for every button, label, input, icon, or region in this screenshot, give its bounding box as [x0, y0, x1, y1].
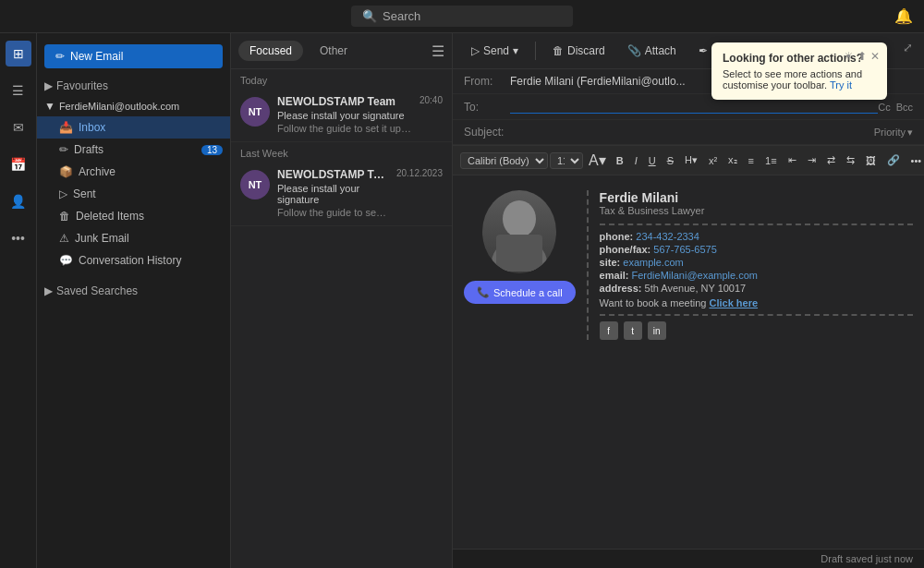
- account-item[interactable]: ▼ FerdieMilani@outlook.com: [37, 96, 230, 116]
- numbering-button[interactable]: 1≡: [760, 153, 782, 168]
- draft-status: Draft saved just now: [821, 553, 913, 564]
- bullets-button[interactable]: ≡: [744, 153, 759, 168]
- popup-try-link[interactable]: Try it: [830, 79, 852, 91]
- email-content-2: NEWOLDSTAMP Team Please install your sig…: [277, 168, 389, 218]
- sig-fax: phone/fax: 567-765-6575: [600, 244, 913, 255]
- activity-icon[interactable]: 🔔: [894, 7, 913, 25]
- underline-button[interactable]: U: [644, 153, 661, 168]
- phone-value[interactable]: 234-432-2334: [636, 231, 699, 242]
- new-email-icon: ✏: [55, 50, 65, 63]
- indent-increase-button[interactable]: ⇥: [803, 152, 821, 168]
- email-item-2[interactable]: NT NEWOLDSTAMP Team Please install your …: [231, 161, 452, 226]
- attach-button[interactable]: 📎 Attach: [620, 41, 684, 61]
- favourites-header[interactable]: ▶ Favourites: [37, 76, 230, 96]
- search-label: Search: [383, 9, 420, 23]
- schedule-call-button[interactable]: 📞 Schedule a call: [464, 281, 576, 304]
- tab-other[interactable]: Other: [309, 41, 359, 61]
- nav-apps[interactable]: ⊞: [6, 41, 31, 66]
- bold-button[interactable]: B: [612, 153, 628, 168]
- phone-label: phone:: [600, 231, 634, 242]
- nav-more[interactable]: •••: [6, 225, 31, 251]
- highlight-button[interactable]: H▾: [680, 152, 702, 168]
- folder-sent-label: Sent: [73, 187, 96, 200]
- strikethrough-button[interactable]: S: [663, 153, 678, 168]
- bcc-button[interactable]: Bcc: [896, 102, 913, 113]
- font-color-icon[interactable]: A▾: [585, 150, 610, 171]
- to-label: To:: [464, 101, 510, 114]
- email-item-1[interactable]: NT NEWOLDSTAMP Team Please install your …: [231, 88, 452, 142]
- meeting-link[interactable]: Click here: [709, 297, 758, 308]
- main-layout: ⊞ ☰ ✉ 📅 👤 ••• ✏ New Email ▶ Favourites ▼…: [0, 33, 924, 568]
- status-bar: Draft saved just now: [453, 549, 924, 568]
- trash-icon: 🗑: [59, 210, 70, 223]
- insert-image-button[interactable]: 🖼: [861, 153, 881, 168]
- font-family-select[interactable]: Calibri (Body): [460, 152, 548, 169]
- send-button[interactable]: ▷ Send ▾: [464, 41, 526, 61]
- linkedin-icon[interactable]: in: [648, 321, 666, 340]
- font-size-select[interactable]: 11: [550, 152, 583, 169]
- folder-deleted[interactable]: 🗑 Deleted Items: [37, 205, 230, 227]
- sidebar: ✏ New Email ▶ Favourites ▼ FerdieMilani@…: [37, 33, 231, 568]
- favourites-label: Favourites: [56, 79, 108, 92]
- attach-label: Attach: [645, 44, 676, 57]
- compose-body[interactable]: 📞 Schedule a call Ferdie Milani Tax & Bu…: [453, 175, 924, 549]
- email-sig-label: email:: [600, 270, 629, 281]
- subject-input[interactable]: [510, 126, 874, 139]
- send-label: Send: [483, 44, 509, 57]
- folder-archive[interactable]: 📦 Archive: [37, 161, 230, 183]
- date-label-lastweek: Last Week: [231, 142, 452, 161]
- folder-deleted-label: Deleted Items: [76, 210, 144, 223]
- search-box[interactable]: 🔍 Search: [351, 6, 573, 27]
- facebook-icon[interactable]: f: [600, 321, 618, 340]
- signature-avatar-inner: [482, 190, 556, 273]
- priority-chevron-icon: ▾: [907, 127, 913, 139]
- nav-hamburger[interactable]: ☰: [6, 78, 31, 103]
- folder-inbox[interactable]: 📥 Inbox: [37, 116, 230, 139]
- more-format-button[interactable]: •••: [906, 153, 924, 168]
- folder-conversation[interactable]: 💬 Conversation History: [37, 249, 230, 272]
- filter-icon[interactable]: ☰: [432, 42, 444, 60]
- tab-focused[interactable]: Focused: [238, 41, 303, 61]
- svg-point-0: [503, 200, 536, 237]
- italic-button[interactable]: I: [630, 153, 642, 168]
- email-subject-1: Please install your signature: [277, 110, 412, 121]
- compose-header: From: Ferdie Milani (FerdieMilani@outlo.…: [453, 69, 924, 146]
- info-popup: ☀ ⬆ ✕ Looking for other actions? Select …: [711, 42, 887, 100]
- nav-contacts[interactable]: 👤: [6, 188, 31, 214]
- nav-mail[interactable]: ✉: [6, 115, 31, 140]
- popup-up-icon[interactable]: ⬆: [857, 50, 867, 63]
- signature-right: Ferdie Milani Tax & Business Lawyer phon…: [587, 190, 913, 340]
- ltr-button[interactable]: ⇄: [822, 152, 840, 168]
- discard-button[interactable]: 🗑 Discard: [545, 41, 613, 61]
- subject-row: Subject: Priority ▾: [453, 120, 924, 145]
- priority-label: Priority: [874, 127, 906, 138]
- subscript-button[interactable]: x₂: [723, 152, 742, 168]
- folder-sent[interactable]: ▷ Sent: [37, 183, 230, 205]
- saved-searches-header[interactable]: ▶ Saved Searches: [37, 279, 230, 303]
- site-value[interactable]: example.com: [623, 257, 683, 268]
- to-input[interactable]: [510, 100, 878, 114]
- superscript-button[interactable]: x²: [704, 153, 722, 168]
- indent-decrease-button[interactable]: ⇤: [784, 152, 801, 168]
- twitter-icon[interactable]: t: [624, 321, 642, 340]
- nav-calendar[interactable]: 📅: [6, 151, 31, 177]
- email-list-panel: Focused Other ☰ Today NT NEWOLDSTAMP Tea…: [231, 33, 453, 568]
- address-label: address:: [600, 283, 642, 294]
- popup-close-icon[interactable]: ✕: [870, 50, 880, 63]
- sig-phone: phone: 234-432-2334: [600, 231, 913, 242]
- folder-junk[interactable]: ⚠ Junk Email: [37, 227, 230, 249]
- email-sig-value[interactable]: FerdieMilani@example.com: [631, 270, 758, 281]
- social-icons: f t in: [600, 321, 913, 340]
- new-email-button[interactable]: ✏ New Email: [44, 44, 223, 68]
- header-cc-bcc: Cc Bcc: [878, 102, 913, 113]
- fax-value[interactable]: 567-765-6575: [653, 244, 717, 255]
- folder-drafts[interactable]: ✏ Drafts 13: [37, 139, 230, 161]
- sig-site: site: example.com: [600, 257, 913, 268]
- cc-button[interactable]: Cc: [878, 102, 890, 113]
- drafts-icon: ✏: [59, 143, 68, 156]
- priority-button[interactable]: Priority ▾: [874, 127, 913, 139]
- insert-link-button[interactable]: 🔗: [882, 152, 905, 168]
- rtl-button[interactable]: ⇆: [842, 152, 859, 168]
- popup-sun-icon[interactable]: ☀: [844, 50, 854, 63]
- window-resize-icon[interactable]: ⤢: [903, 41, 913, 54]
